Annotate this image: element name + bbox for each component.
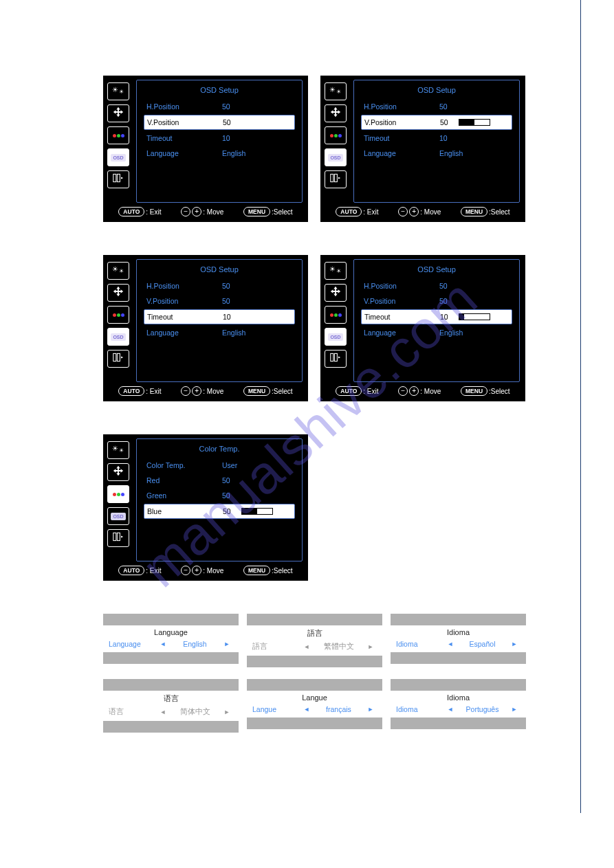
menu-row-vposition[interactable]: V.Position50 [361,294,512,308]
osd-tab-arrows[interactable] [107,463,129,481]
menu-row-language[interactable]: LanguageEnglish [144,146,295,160]
osd-tab-osd[interactable]: OSD [325,328,347,346]
footer-move: −+: Move [398,386,441,396]
menu-button-icon[interactable]: MENU [243,566,270,575]
auto-button-icon[interactable]: AUTO [118,566,144,575]
menu-button-icon[interactable]: MENU [461,207,487,216]
plus-button-icon[interactable]: + [409,207,419,216]
arrow-left-icon[interactable]: ◄ [157,641,169,647]
arrow-right-icon[interactable]: ► [221,709,233,715]
arrow-left-icon[interactable]: ◄ [300,643,313,650]
arrow-right-icon[interactable]: ► [508,706,520,713]
arrow-right-icon[interactable]: ► [221,641,233,647]
osd-tab-osd[interactable]: OSD [107,328,129,346]
lang-top-bar [103,679,239,691]
minus-button-icon[interactable]: − [398,207,408,216]
osd-tab-arrows[interactable] [325,284,347,302]
menu-row-hposition[interactable]: H.Position50 [144,279,295,293]
plus-button-icon[interactable]: + [192,566,201,575]
menu-row-green[interactable]: Green50 [144,489,295,502]
menu-row-timeout[interactable]: Timeout10 [144,309,295,324]
osd-tab-extra[interactable] [325,170,347,188]
minus-button-icon[interactable]: − [181,386,190,396]
osd-tab-extra[interactable] [107,350,129,368]
menu-row-vposition[interactable]: V.Position50 [361,115,512,130]
auto-button-icon[interactable]: AUTO [336,207,362,216]
lang-label: 語言 [252,642,300,652]
osd-tab-rgb[interactable] [325,126,347,144]
arrow-right-icon[interactable]: ► [508,641,520,647]
menu-row-language[interactable]: LanguageEnglish [361,326,512,340]
osd-tab-brightness[interactable] [325,82,347,100]
osd-tab-brightness[interactable] [107,262,129,280]
auto-button-icon[interactable]: AUTO [118,207,144,216]
arrow-left-icon[interactable]: ◄ [444,706,457,713]
osd-tab-brightness[interactable] [325,262,347,280]
minus-button-icon[interactable]: − [181,207,190,216]
auto-button-icon[interactable]: AUTO [118,386,144,396]
arrow-left-icon[interactable]: ◄ [300,706,313,713]
osd-tab-extra[interactable] [107,170,129,188]
value-slider[interactable] [241,508,273,515]
menu-button-icon[interactable]: MENU [243,386,270,396]
value-slider[interactable] [459,119,490,126]
osd-tab-rgb[interactable] [107,126,129,144]
menu-label: H.Position [364,282,439,290]
arrow-left-icon[interactable]: ◄ [444,641,457,647]
osd-tab-brightness[interactable] [107,441,129,459]
osd-tab-extra[interactable] [107,529,129,547]
lang-selector-row[interactable]: Langue◄français► [247,703,382,717]
plus-button-icon[interactable]: + [409,386,419,396]
osd-tab-rgb[interactable] [107,485,129,503]
plus-button-icon[interactable]: + [192,386,201,396]
lang-selector-row[interactable]: 語言◄繁體中文► [247,640,382,656]
lang-selector-row[interactable]: 语言◄简体中文► [103,705,239,721]
arrow-right-icon[interactable]: ► [364,706,377,713]
osd-tab-arrows[interactable] [107,104,129,122]
osd-tab-rgb[interactable] [325,306,347,324]
menu-row-red[interactable]: Red50 [144,474,295,487]
osd-tab-extra[interactable] [325,350,347,368]
menu-row-vposition[interactable]: V.Position50 [144,115,295,130]
rgb-icon [330,313,342,317]
value-slider[interactable] [459,313,490,320]
arrow-right-icon[interactable]: ► [364,643,377,650]
select-label: :Select [272,567,293,575]
rgb-icon [113,313,124,317]
osd-tab-brightness[interactable] [107,82,129,100]
osd-tab-osd[interactable]: OSD [325,148,347,166]
menu-label: Timeout [364,134,439,142]
osd-tab-osd[interactable]: OSD [107,148,129,166]
osd-tab-arrows[interactable] [325,104,347,122]
osd-tab-arrows[interactable] [107,284,129,302]
menu-row-language[interactable]: LanguageEnglish [361,146,512,160]
svg-rect-3 [334,174,337,181]
menu-button-icon[interactable]: MENU [243,207,270,216]
menu-row-vposition[interactable]: V.Position50 [144,294,295,308]
move-arrows-icon [112,465,124,480]
menu-row-language[interactable]: LanguageEnglish [144,326,295,340]
lang-selector-row[interactable]: Language◄English► [103,638,239,652]
menu-row-timeout[interactable]: Timeout10 [361,309,512,324]
menu-row-timeout[interactable]: Timeout10 [361,131,512,145]
menu-row-hposition[interactable]: H.Position50 [361,100,512,113]
osd-tab-osd[interactable]: OSD [107,507,129,525]
auto-button-icon[interactable]: AUTO [336,386,362,396]
menu-row-hposition[interactable]: H.Position50 [361,279,512,293]
osd-tab-rgb[interactable] [107,306,129,324]
lang-selector-row[interactable]: Idioma◄Español► [391,638,526,652]
select-label: :Select [272,208,293,216]
minus-button-icon[interactable]: − [398,386,408,396]
menu-row-colortemp[interactable]: Color Temp.User [144,458,295,472]
menu-row-hposition[interactable]: H.Position50 [144,100,295,113]
osd-icon: OSD [111,333,125,341]
minus-button-icon[interactable]: − [181,566,190,575]
menu-row-timeout[interactable]: Timeout10 [144,131,295,145]
lang-top-bar [391,679,526,691]
lang-label: Idioma [396,640,444,648]
arrow-left-icon[interactable]: ◄ [157,709,169,715]
lang-selector-row[interactable]: Idioma◄Português► [391,703,526,717]
plus-button-icon[interactable]: + [192,207,201,216]
menu-button-icon[interactable]: MENU [461,386,487,396]
menu-row-blue[interactable]: Blue50 [144,504,295,519]
